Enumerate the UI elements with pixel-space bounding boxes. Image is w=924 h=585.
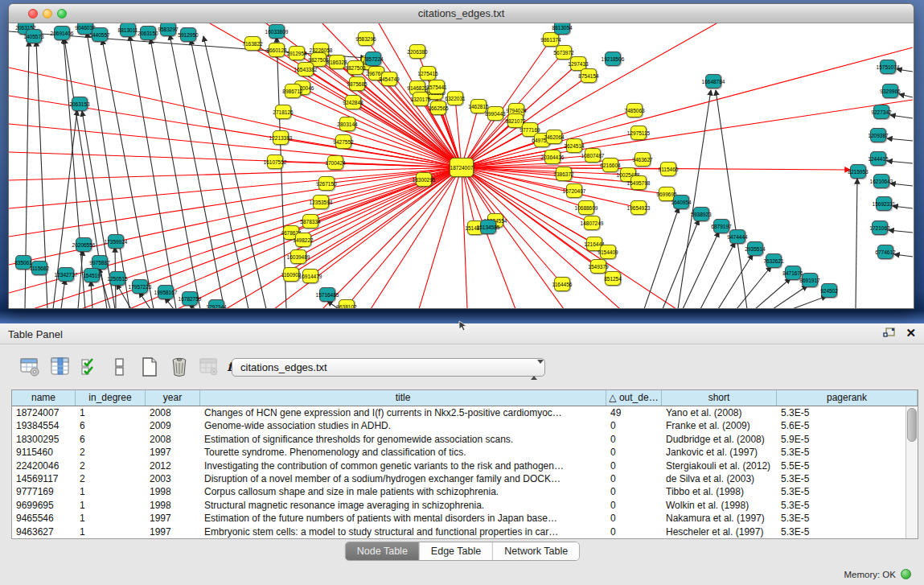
table-cell[interactable]: 0 xyxy=(606,419,662,432)
table-cell[interactable]: de Silva et al. (2003) xyxy=(662,472,777,485)
table-cell[interactable]: Franke et al. (2009) xyxy=(662,419,777,432)
table-cell[interactable]: 19384554 xyxy=(12,419,76,432)
table-row[interactable]: 946362711997Embryonic stem cells: a mode… xyxy=(12,525,918,538)
graph-node[interactable]: 7857224 xyxy=(365,51,381,66)
table-cell[interactable]: 9465546 xyxy=(12,512,76,525)
table-cell[interactable]: 49 xyxy=(606,406,662,419)
graph-node[interactable]: 15716485 xyxy=(319,287,335,302)
table-cell[interactable]: 14569117 xyxy=(12,472,76,485)
table-cell[interactable]: 0 xyxy=(606,512,662,525)
table-cell[interactable]: 2 xyxy=(76,446,146,459)
graph-node[interactable]: 1275415 xyxy=(420,66,436,80)
graph-node[interactable]: 20364436 xyxy=(544,150,561,164)
table-cell[interactable]: Tourette syndrome. Phenomenology and cla… xyxy=(200,446,606,459)
table-cell[interactable]: 2 xyxy=(76,459,146,472)
graph-node[interactable]: 16543382 xyxy=(298,62,314,76)
graph-node[interactable]: 15134585 xyxy=(480,220,496,234)
network-canvas[interactable]: 7163822866012859129542322605898275088186… xyxy=(9,23,914,309)
table-cell[interactable]: 2012 xyxy=(146,459,200,472)
graph-node[interactable]: 1721063 xyxy=(872,220,888,235)
graph-node[interactable]: 1640954 xyxy=(673,195,689,209)
select-column-icon[interactable] xyxy=(49,356,72,378)
table-cell[interactable]: 1997 xyxy=(146,446,200,459)
column-header-name[interactable]: name xyxy=(12,390,76,406)
graph-node[interactable]: 9046038 xyxy=(77,23,93,35)
graph-hub-node[interactable]: 18724007 xyxy=(450,158,474,177)
graph-node[interactable]: 3624514 xyxy=(566,138,582,153)
table-cell[interactable]: 6 xyxy=(76,433,146,446)
graph-node[interactable]: 8990443 xyxy=(487,106,503,121)
graph-node[interactable]: 2803144 xyxy=(339,117,355,131)
table-cell[interactable]: 0 xyxy=(606,459,662,472)
graph-node[interactable]: 9154409 xyxy=(600,245,616,259)
graph-node[interactable]: 7485063 xyxy=(626,103,643,117)
graph-node[interactable]: 9227342 xyxy=(873,105,889,119)
graph-node[interactable]: 1115682 xyxy=(31,261,47,275)
graph-node[interactable]: 8813011 xyxy=(120,23,136,37)
column-header-title[interactable]: title xyxy=(200,390,606,406)
table-cell[interactable]: 6 xyxy=(76,419,146,432)
graph-node[interactable]: 154519 xyxy=(84,268,100,282)
graph-node[interactable]: 1250515 xyxy=(109,271,125,286)
table-cell[interactable]: 5.3E-5 xyxy=(777,485,918,498)
graph-node[interactable]: 2935514 xyxy=(747,241,763,256)
graph-node[interactable]: 1462815 xyxy=(470,99,487,113)
graph-node[interactable]: 5673972 xyxy=(556,45,572,60)
graph-node[interactable]: 15751074 xyxy=(880,60,896,74)
graph-node[interactable]: 9699695 xyxy=(659,187,675,201)
table-cell[interactable]: Wolkin et al. (1998) xyxy=(662,499,777,512)
table-cell[interactable]: 5.3E-5 xyxy=(777,472,918,485)
table-selector-dropdown[interactable]: citations_edges.txt xyxy=(232,358,545,377)
graph-node[interactable]: 8186328 xyxy=(329,55,345,69)
table-cell[interactable]: 1 xyxy=(76,512,146,525)
table-cell[interactable]: 2003 xyxy=(146,472,200,485)
table-cell[interactable]: 0 xyxy=(606,433,662,446)
graph-node[interactable]: 20206556 xyxy=(76,237,92,252)
table-cell[interactable]: Jankovic et al. (1997) xyxy=(662,446,777,459)
graph-node[interactable]: 12342737 xyxy=(58,267,74,282)
column-header-year[interactable]: year xyxy=(146,390,200,406)
graph-node[interactable]: 924502 xyxy=(821,283,837,298)
table-cell[interactable]: 9777169 xyxy=(12,485,76,498)
table-row[interactable]: 2242004622012Investigating the contribut… xyxy=(12,459,918,472)
column-header-pagerank[interactable]: pagerank xyxy=(777,390,918,406)
graph-node[interactable]: 1405573 xyxy=(26,29,42,43)
column-header-short[interactable]: short xyxy=(662,390,777,406)
graph-node[interactable]: 7632621 xyxy=(766,253,782,268)
graph-node[interactable]: 18300295 xyxy=(416,172,432,187)
graph-node[interactable]: 5912950 xyxy=(180,27,196,42)
tab-network-table[interactable]: Network Table xyxy=(493,542,579,560)
graph-node[interactable]: 16782759 xyxy=(182,291,198,306)
graph-node[interactable]: 8691917 xyxy=(802,273,818,287)
new-table-icon[interactable] xyxy=(138,356,161,378)
table-cell[interactable]: 2 xyxy=(76,472,146,485)
graph-node[interactable]: 8986712 xyxy=(285,84,301,98)
graph-node[interactable]: 9583296 xyxy=(358,31,374,46)
graph-node[interactable]: 19654923 xyxy=(630,200,647,215)
window-titlebar[interactable]: citations_edges.txt xyxy=(9,4,914,23)
table-cell[interactable]: 1 xyxy=(76,525,146,538)
table-cell[interactable]: Disruption of a novel member of a sodium… xyxy=(200,472,606,485)
table-cell[interactable]: 5.3E-5 xyxy=(777,525,918,538)
table-row[interactable]: 1938455462009Genome-wide association stu… xyxy=(12,419,918,432)
table-row[interactable]: 977716911998Corpus callosum shape and si… xyxy=(12,485,918,498)
table-cell[interactable]: 5.3E-5 xyxy=(777,512,918,525)
table-row[interactable]: 969969511998Structural magnetic resonanc… xyxy=(12,499,918,512)
table-cell[interactable]: 9463627 xyxy=(12,525,76,538)
graph-node[interactable]: 14807249 xyxy=(584,216,600,230)
graph-node[interactable]: 16033809 xyxy=(269,24,285,39)
graph-node[interactable]: 1662565 xyxy=(430,101,446,115)
table-cell[interactable]: 18300295 xyxy=(12,433,76,446)
graph-node[interactable]: 2063153 xyxy=(72,97,88,111)
graph-node[interactable]: 10688609 xyxy=(578,200,594,215)
graph-node[interactable]: 9638102 xyxy=(339,299,355,309)
table-cell[interactable]: Corpus callosum shape and size in male p… xyxy=(200,485,606,498)
table-cell[interactable]: 5.6E-5 xyxy=(777,419,918,432)
table-row[interactable]: 911546021997Tourette syndrome. Phenomeno… xyxy=(12,446,918,459)
graph-node[interactable]: 10807487 xyxy=(585,148,601,163)
graph-node[interactable]: 1320175 xyxy=(413,92,429,106)
graph-node[interactable]: 16107552 xyxy=(267,154,283,169)
table-cell[interactable]: Structural magnetic resonance image aver… xyxy=(200,499,606,512)
table-cell[interactable]: 9115460 xyxy=(12,446,76,459)
table-row[interactable]: 1872400712008Changes of HCN gene express… xyxy=(12,406,918,419)
